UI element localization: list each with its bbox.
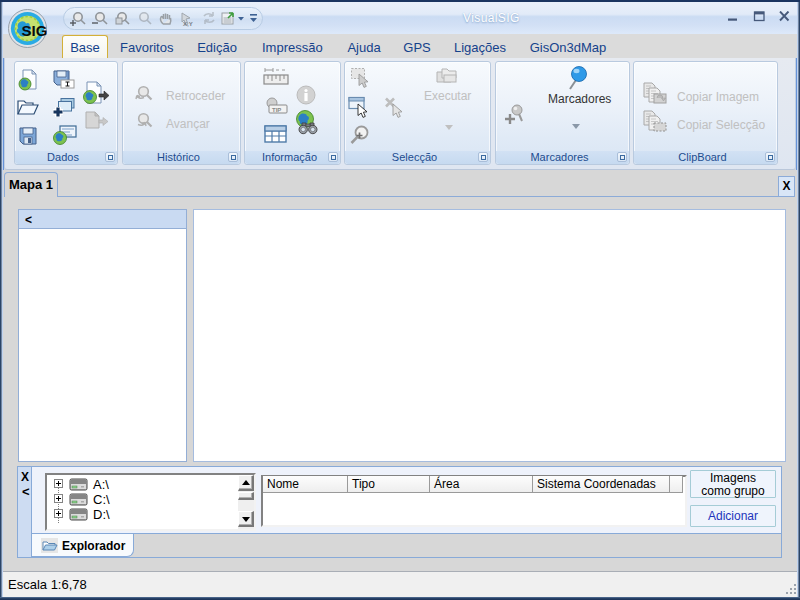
- svg-text:TIP: TIP: [272, 107, 281, 113]
- svg-text:X,Y: X,Y: [183, 21, 193, 27]
- svg-text:SIG: SIG: [22, 22, 48, 39]
